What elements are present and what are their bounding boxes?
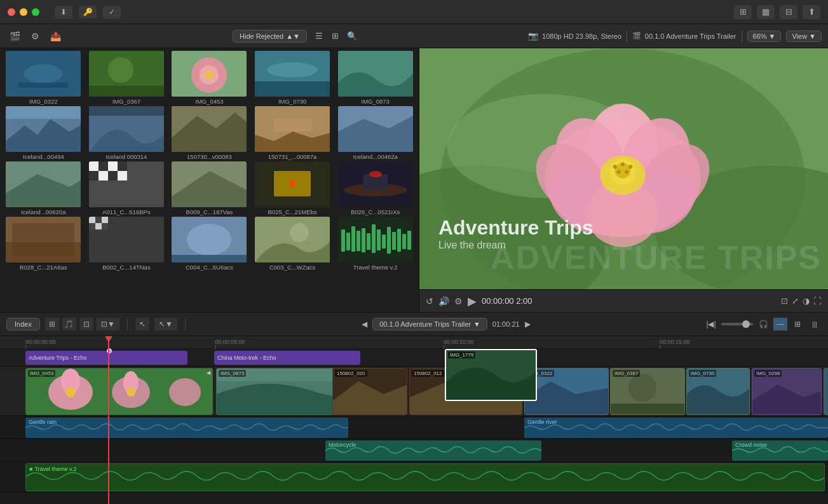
audio-clip-crowd[interactable]: Crowd noise xyxy=(732,440,828,461)
video-clip-extra[interactable] xyxy=(824,368,828,415)
clip-item[interactable]: B026_C...0521IXs xyxy=(334,161,416,215)
clip-item[interactable]: IMG_0367 xyxy=(86,51,168,105)
svg-point-96 xyxy=(65,387,76,397)
preview-video: Adventure Trips Live the dream ADVENTURE… xyxy=(419,48,828,289)
play-button[interactable]: ▶ xyxy=(468,294,477,308)
media-import-icon[interactable]: 📤 xyxy=(47,29,64,43)
search-icon[interactable]: 🔍 xyxy=(345,29,359,43)
fullscreen-icon[interactable]: ⛶ xyxy=(813,296,822,306)
crop-icon[interactable]: ⊡ xyxy=(781,296,788,306)
svg-rect-57 xyxy=(351,226,355,252)
clip-label: B025_C...21MEbs xyxy=(255,208,330,215)
checkmark-icon[interactable]: ✓ xyxy=(103,6,121,18)
video-clip-150802020[interactable]: 150802_020 xyxy=(332,368,407,415)
clip-item[interactable]: Iceland...00462a xyxy=(334,106,416,160)
photos-icon[interactable]: ⚙ xyxy=(27,29,43,43)
key-icon[interactable]: 🔑 xyxy=(79,6,97,18)
ruler-mark: 00:00:15:00 xyxy=(660,339,690,345)
hide-rejected-button[interactable]: Hide Rejected ▲▼ xyxy=(233,30,307,43)
timeline-project-name[interactable]: 00.1.0 Adventure Trips Trailer ▼ xyxy=(372,318,487,330)
zoom-button[interactable]: 66% ▼ xyxy=(747,31,782,42)
maximize-button[interactable] xyxy=(32,8,39,16)
clip-item[interactable]: IMG_0453 xyxy=(168,51,250,105)
clip-item[interactable]: A011_C...516BPs xyxy=(86,161,168,215)
audio-icon[interactable]: 🎵 xyxy=(62,318,76,330)
title-bar-right: ⊞ ▦ ⊟ ⬆ xyxy=(734,5,820,19)
video-clip-img0298[interactable]: IMG_0298 xyxy=(752,368,822,415)
settings-button[interactable]: ⚙ xyxy=(454,296,463,306)
music-clip[interactable]: ■ Travel theme v.2 xyxy=(25,463,825,491)
clip-item[interactable]: C004_C...5U6acs xyxy=(168,217,250,271)
snapping-icon[interactable]: ||| xyxy=(808,318,822,330)
clip-item[interactable]: C003_C...WZacs xyxy=(252,217,334,271)
clips-icon[interactable]: ⊞ xyxy=(45,318,59,330)
title-clip-2[interactable]: China Moto-trek - Echo xyxy=(214,351,360,365)
color-icon[interactable]: ◑ xyxy=(803,296,810,306)
video-clip-img0453[interactable]: IMG_0453 ◀ xyxy=(25,368,213,415)
project-format: 📷 1080p HD 23.98p, Stereo xyxy=(528,31,621,41)
preview-controls-right: ⊡ ⤢ ◑ ⛶ xyxy=(781,296,822,306)
clip-item[interactable]: Iceland 000314 xyxy=(86,106,168,160)
next-nav[interactable]: ▶ xyxy=(525,320,531,329)
table-view-icon[interactable]: ⊟ xyxy=(780,5,797,19)
clip-item[interactable]: IMG_0730 xyxy=(252,51,334,105)
clip-grid: IMG_0322 IMG_0367 IMG_0453 xyxy=(0,48,419,273)
clip-item[interactable]: Travel theme v.2 xyxy=(334,217,416,271)
grid-view-icon[interactable]: ⊞ xyxy=(734,5,752,19)
svg-rect-62 xyxy=(377,229,381,250)
title-clip-1[interactable]: Adventure Trips - Echo xyxy=(25,351,187,365)
video-clip-img0367[interactable]: IMG_0367 xyxy=(610,368,685,415)
clip-item[interactable]: 150730...v00083 xyxy=(168,106,250,160)
audio-track-1: Gentle rain Gentle river xyxy=(0,416,828,439)
clip-item[interactable]: B025_C...21MEbs xyxy=(252,161,334,215)
blade-tool-icon[interactable]: ↖▼ xyxy=(154,318,177,330)
close-button[interactable] xyxy=(8,8,15,16)
transform-icon[interactable]: ⤢ xyxy=(792,296,799,306)
audio-clip-motorcycle[interactable]: Motorcycle xyxy=(325,440,541,461)
clip-connection-icon[interactable]: — xyxy=(773,318,787,330)
svg-rect-111 xyxy=(824,369,828,415)
clip-item[interactable]: IMG_0322 xyxy=(3,51,85,105)
film-strip-icon[interactable]: ▦ xyxy=(757,5,775,19)
zoom-in-icon[interactable]: |◀| xyxy=(704,318,718,330)
select-tool-icon[interactable]: ↖ xyxy=(135,318,149,330)
video-clip-img0730[interactable]: IMG_0730 xyxy=(686,368,750,415)
toolbar-right: 📷 1080p HD 23.98p, Stereo 🎬 00.1.0 Adven… xyxy=(528,31,822,42)
svg-rect-15 xyxy=(6,106,81,119)
clip-item[interactable]: IMG_0873 xyxy=(334,51,416,105)
audio-button[interactable]: 🔊 xyxy=(438,296,449,306)
floating-thumb-label: IMG_1775 xyxy=(448,351,475,358)
svg-rect-48 xyxy=(95,223,102,229)
clip-item[interactable]: Iceland...00494 xyxy=(3,106,85,160)
audio-clip-gentle-rain[interactable]: Gentle rain xyxy=(25,418,348,438)
grid-icon[interactable]: ⊞ xyxy=(329,29,343,43)
download-icon[interactable]: ⬇ xyxy=(55,6,72,18)
clip-item[interactable]: Iceland...00620a xyxy=(3,161,85,215)
clip-item[interactable]: B028_C...21A6as xyxy=(3,217,85,271)
keyframe-dot xyxy=(107,348,112,353)
prev-nav[interactable]: ◀ xyxy=(362,320,367,329)
index-tab[interactable]: Index xyxy=(6,318,40,330)
timeline[interactable]: 00:00:00:00 00:00:05:00 00:00:10:00 00:0… xyxy=(0,336,828,504)
svg-rect-49 xyxy=(102,223,108,229)
loop-button[interactable]: ↺ xyxy=(426,296,433,306)
zoom-slider[interactable] xyxy=(721,323,753,325)
view-button[interactable]: View ▼ xyxy=(786,31,822,42)
audio-clip-gentle-river[interactable]: Gentle river xyxy=(524,418,828,438)
clip-item[interactable]: B002_C...14TNas xyxy=(86,217,168,271)
minimize-button[interactable] xyxy=(20,8,27,16)
clip-item[interactable]: B009_C...187Vas xyxy=(168,161,250,215)
svg-point-107 xyxy=(628,374,656,402)
captions-icon[interactable]: ⊡▼ xyxy=(97,318,119,330)
divider xyxy=(127,318,128,330)
roles-icon[interactable]: ⊡ xyxy=(79,318,93,330)
list-view-icon[interactable]: ☰ xyxy=(312,29,326,43)
svg-rect-5 xyxy=(89,86,164,97)
zoom-out-icon[interactable]: 🎧 xyxy=(756,318,770,330)
skimmer-icon[interactable]: ⊞ xyxy=(791,318,804,330)
preview-controls: ↺ 🔊 ⚙ ▶ 00:00:00 2:00 ⊡ ⤢ ◑ ⛶ xyxy=(419,289,828,312)
clip-label: IMG_0873 xyxy=(338,98,413,105)
library-icon[interactable]: 🎬 xyxy=(6,29,23,43)
clip-item[interactable]: 150731_...00087a xyxy=(252,106,334,160)
share-icon[interactable]: ⬆ xyxy=(803,5,820,19)
